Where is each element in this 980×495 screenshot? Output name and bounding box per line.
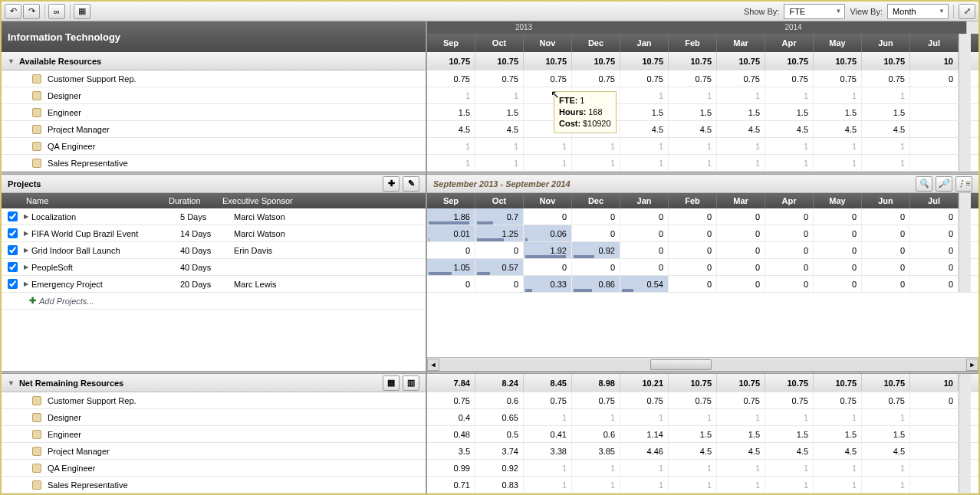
year-header: 2013 2014 xyxy=(427,21,978,34)
person-icon xyxy=(32,74,41,84)
settings-button[interactable]: ⋮≡ xyxy=(955,176,972,192)
person-icon xyxy=(32,447,41,456)
expand-icon[interactable]: ▶ xyxy=(24,213,28,220)
person-icon xyxy=(32,464,41,473)
resource-data-row: 0.40.6511111111 xyxy=(427,409,978,426)
resource-data-row: 1.51.51.51.51.51.51.51.51.5 xyxy=(427,104,978,121)
view-by-dropdown[interactable]: Month xyxy=(887,4,949,19)
grid-view-button[interactable]: ▦ xyxy=(383,375,400,391)
show-by-dropdown[interactable]: FTE xyxy=(784,4,845,19)
collapse-icon: ▼ xyxy=(8,379,15,387)
project-data-row: 001.920.920000000 xyxy=(427,242,978,259)
page-title: Information Technology xyxy=(2,21,426,52)
export-button[interactable]: ▦ xyxy=(74,4,90,19)
expand-icon[interactable]: ▶ xyxy=(24,230,28,237)
remaining-resources-header[interactable]: ▼ Net Remaining Resources ▦ ▥ xyxy=(2,374,426,392)
edit-project-button[interactable]: ✎ xyxy=(403,176,419,192)
project-data-row: 1.050.57000000000 xyxy=(427,259,978,276)
person-icon xyxy=(32,142,41,151)
resource-data-row: 0.710.8311111111 xyxy=(427,477,978,493)
resource-row[interactable]: Customer Support Rep. xyxy=(2,392,426,409)
resource-row[interactable]: Sales Representative xyxy=(2,155,426,172)
project-data-row: 000.330.860.54000000 xyxy=(427,276,978,293)
add-projects-row[interactable]: ✚Add Projects... xyxy=(2,293,426,310)
project-row[interactable]: ▶ FIFA World Cup Brazil Event 14 Days Ma… xyxy=(2,225,426,242)
resource-row[interactable]: QA Engineer xyxy=(2,138,426,155)
project-checkbox[interactable] xyxy=(8,245,18,255)
zoom-out-button[interactable]: 🔎 xyxy=(936,176,952,192)
cell-tooltip: FTE: 1 Hours: 168 Cost: $10920 xyxy=(554,91,617,133)
show-by-label: Show By: xyxy=(744,7,779,16)
view-by-label: View By: xyxy=(850,7,883,16)
project-data-row: 1.860.7000000000 xyxy=(427,208,978,225)
project-checkbox[interactable] xyxy=(8,262,18,272)
person-icon xyxy=(32,396,41,405)
resource-row[interactable]: Sales Representative xyxy=(2,477,426,493)
expand-icon[interactable]: ▶ xyxy=(24,247,28,254)
projects-column-header: Name Duration Executive Sponsor xyxy=(2,193,426,208)
project-row[interactable]: ▶ Emergency Project 20 Days Marc Lewis xyxy=(2,276,426,293)
project-checkbox[interactable] xyxy=(8,279,18,289)
remaining-total-row: 7.848.248.458.9810.2110.7510.7510.7510.7… xyxy=(427,374,978,392)
person-icon xyxy=(32,108,41,117)
resource-data-row: 1111111111 xyxy=(427,155,978,172)
resource-data-row: 4.54.54.54.54.54.54.54.54.5 xyxy=(427,121,978,138)
month-header: SepOctNovDecJanFebMarAprMayJunJul xyxy=(427,34,978,52)
person-icon xyxy=(32,413,41,422)
plus-icon: ✚ xyxy=(29,296,36,306)
resource-data-row: 0.990.9211111111 xyxy=(427,460,978,477)
project-row[interactable]: ▶ Localization 5 Days Marci Watson xyxy=(2,208,426,225)
resource-row[interactable]: Designer xyxy=(2,409,426,426)
resource-row[interactable]: Engineer xyxy=(2,104,426,121)
project-checkbox[interactable] xyxy=(8,228,18,238)
horizontal-scrollbar[interactable]: ◄► xyxy=(427,357,978,371)
resource-data-row: 0.480.50.410.61.141.51.51.51.51.5 xyxy=(427,426,978,443)
mouse-cursor: ↖ xyxy=(551,88,560,100)
person-icon xyxy=(32,125,41,134)
resource-data-row: 1111111111 xyxy=(427,138,978,155)
chart-view-button[interactable]: ▥ xyxy=(403,375,419,391)
resource-row[interactable]: Project Manager xyxy=(2,121,426,138)
zoom-in-button[interactable]: 🔍 xyxy=(916,176,932,192)
available-total-row: 10.7510.7510.7510.7510.7510.7510.7510.75… xyxy=(427,52,978,70)
undo-button[interactable]: ↶ xyxy=(5,4,21,19)
redo-button[interactable]: ↷ xyxy=(23,4,40,19)
available-resources-header[interactable]: ▼ Available Resources xyxy=(2,52,426,70)
project-checkbox[interactable] xyxy=(8,211,18,221)
expand-button[interactable]: ⤢ xyxy=(959,4,975,19)
resource-row[interactable]: Designer xyxy=(2,87,426,104)
resource-row[interactable]: Engineer xyxy=(2,426,426,443)
resource-data-row: 0.750.750.750.750.750.750.750.750.750.75… xyxy=(427,70,978,87)
resource-row[interactable]: Customer Support Rep. xyxy=(2,70,426,87)
projects-range-header: September 2013 - September 2014 🔍 🔎 ⋮≡ xyxy=(427,175,978,193)
project-month-header: SepOctNovDecJanFebMarAprMayJunJul xyxy=(427,193,978,208)
link-button[interactable]: ∞ xyxy=(48,4,65,19)
person-icon xyxy=(32,159,41,168)
project-row[interactable]: ▶ Grid Indoor Ball Launch 40 Days Erin D… xyxy=(2,242,426,259)
resource-row[interactable]: QA Engineer xyxy=(2,460,426,477)
person-icon xyxy=(32,91,41,100)
resource-data-row: 11111111 xyxy=(427,87,978,104)
collapse-icon: ▼ xyxy=(8,57,15,65)
resource-data-row: 3.53.743.383.854.464.54.54.54.54.5 xyxy=(427,443,978,460)
expand-icon[interactable]: ▶ xyxy=(24,280,28,287)
resource-row[interactable]: Project Manager xyxy=(2,443,426,460)
person-icon xyxy=(32,480,41,490)
add-project-button[interactable]: ✚ xyxy=(383,176,400,192)
project-data-row: 0.011.250.0600000000 xyxy=(427,225,978,242)
project-row[interactable]: ▶ PeopleSoft 40 Days xyxy=(2,259,426,276)
projects-header: Projects ✚ ✎ xyxy=(2,175,426,193)
person-icon xyxy=(32,430,41,439)
main-toolbar: ↶ ↷ ∞ ▦ Show By: FTE View By: Month ⤢ xyxy=(2,2,978,21)
expand-icon[interactable]: ▶ xyxy=(24,264,28,270)
resource-data-row: 0.750.60.750.750.750.750.750.750.750.750 xyxy=(427,392,978,409)
